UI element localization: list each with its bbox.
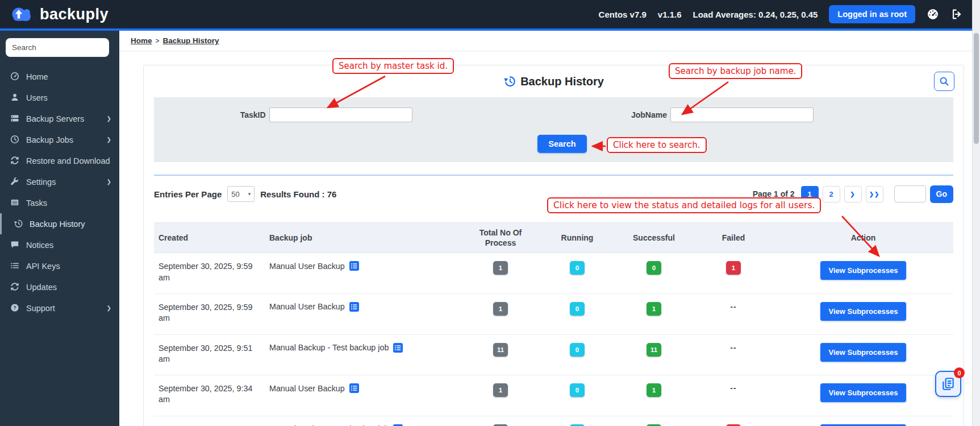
sidebar-item-settings[interactable]: Settings❯ <box>0 171 119 192</box>
chat-widget-button[interactable]: 0 <box>935 371 961 397</box>
job-cell: Manual Backup - Test backup job <box>265 416 461 426</box>
view-subprocesses-button[interactable]: View Subprocesses <box>820 343 907 362</box>
breadcrumb-home-link[interactable]: Home <box>131 36 152 45</box>
dashboard-icon <box>10 72 20 81</box>
goto-page-input[interactable] <box>894 185 926 202</box>
gauge-icon[interactable] <box>927 8 939 20</box>
list-icon <box>10 261 20 271</box>
sidebar-item-notices[interactable]: Notices <box>0 234 119 255</box>
view-subprocesses-button[interactable]: View Subprocesses <box>820 383 907 402</box>
sidebar-item-users[interactable]: Users <box>0 87 119 108</box>
logo-text: backuply <box>40 6 109 23</box>
search-toggle-button[interactable] <box>934 72 954 91</box>
sidebar-item-home[interactable]: Home <box>0 66 119 87</box>
tasks-icon <box>10 198 20 208</box>
sidebar-item-restore-and-download[interactable]: Restore and Download <box>0 150 119 171</box>
results-found-text: Results Found : 76 <box>260 189 336 199</box>
search-button[interactable]: Search <box>537 135 586 153</box>
column-header: Total No Of Process <box>461 223 540 253</box>
clock-icon <box>10 135 20 144</box>
sidebar-item-backup-servers[interactable]: Backup Servers❯ <box>0 108 119 129</box>
sidebar-item-label: API Keys <box>26 262 60 271</box>
next-page-button[interactable]: ❯ <box>844 186 862 202</box>
page-title: Backup History <box>520 75 604 88</box>
table-row: September 30, 2025, 9:59 amManual User B… <box>154 293 953 334</box>
failed-badge: 1 <box>726 261 741 275</box>
breadcrumb: Home > Backup History <box>119 31 980 51</box>
jobname-input[interactable] <box>670 107 814 122</box>
column-header: Created <box>154 223 265 253</box>
running-badge: 0 <box>570 261 585 275</box>
taskid-label: TaskID <box>240 110 266 119</box>
annotation-search: Click here to search. <box>607 137 707 153</box>
user-icon <box>10 93 20 102</box>
svg-text:?: ? <box>13 305 16 311</box>
sidebar-item-label: Tasks <box>26 198 47 208</box>
sidebar-item-api-keys[interactable]: API Keys <box>0 255 119 276</box>
view-subprocesses-button[interactable]: View Subprocesses <box>820 261 907 280</box>
successful-badge: 11 <box>647 343 661 357</box>
view-subprocesses-button[interactable]: View Subprocesses <box>820 302 907 321</box>
last-page-button[interactable]: ❯❯ <box>866 186 883 202</box>
logged-in-as-root-button[interactable]: Logged in as root <box>829 5 915 23</box>
column-header: Successful <box>614 223 694 253</box>
chevron-right-icon: ❯ <box>107 115 111 122</box>
annotation-taskid: Search by master task id. <box>332 58 454 74</box>
sidebar-item-label: Support <box>26 304 55 313</box>
go-button[interactable]: Go <box>930 185 953 203</box>
breadcrumb-separator: > <box>156 37 160 45</box>
job-details-icon[interactable] <box>393 343 403 353</box>
main-content: Home > Backup History Backup History <box>119 31 980 426</box>
question-icon: ? <box>10 303 20 313</box>
section-divider <box>154 175 953 176</box>
sidebar-item-label: Backup Jobs <box>26 135 73 144</box>
table-row: September 30, 2025, 9:19 amManual Backup… <box>154 416 953 426</box>
system-info: Centos v7.9 <box>599 10 647 19</box>
sidebar-item-label: Backup History <box>30 220 85 229</box>
sidebar-item-backup-history[interactable]: Backup History <box>0 213 119 234</box>
sidebar-item-label: Users <box>26 93 48 102</box>
sidebar-item-backup-jobs[interactable]: Backup Jobs❯ <box>0 129 119 150</box>
created-cell: September 30, 2025, 9:59 am <box>154 293 265 334</box>
taskid-input[interactable] <box>269 107 412 122</box>
sidebar-item-updates[interactable]: Updates <box>0 276 119 297</box>
server-icon <box>10 114 20 123</box>
table-row: September 30, 2025, 9:51 amManual Backup… <box>154 334 953 375</box>
table-row: September 30, 2025, 9:59 amManual User B… <box>154 253 953 294</box>
table-header-row: CreatedBackup jobTotal No Of ProcessRunn… <box>154 223 953 253</box>
created-cell: September 30, 2025, 9:19 am <box>154 416 265 426</box>
running-badge: 0 <box>570 343 585 357</box>
topbar: backuply Centos v7.9 v1.1.6 Load Average… <box>0 0 980 28</box>
sidebar-item-support[interactable]: ?Support❯ <box>0 297 119 319</box>
sidebar-search-input[interactable] <box>6 38 109 57</box>
job-details-icon[interactable] <box>349 261 359 271</box>
breadcrumb-current-link[interactable]: Backup History <box>163 36 219 45</box>
chevron-right-icon: ❯ <box>107 137 111 143</box>
sidebar-item-label: Restore and Download <box>26 156 110 166</box>
no-failed-text: -- <box>730 383 737 392</box>
cloud-upload-logo-icon <box>9 5 35 24</box>
sidebar: HomeUsersBackup Servers❯Backup Jobs❯Rest… <box>0 31 119 426</box>
running-badge: 0 <box>570 383 585 397</box>
comment-icon <box>10 240 20 250</box>
app-logo[interactable]: backuply <box>9 5 109 24</box>
entries-per-page-select[interactable]: 50 ▾ <box>227 186 255 202</box>
sidebar-item-tasks[interactable]: Tasks <box>0 192 119 213</box>
history-icon <box>14 219 23 229</box>
job-cell: Manual User Backup <box>265 253 461 294</box>
backup-history-table: CreatedBackup jobTotal No Of ProcessRunn… <box>154 222 953 426</box>
scrollbar-thumb[interactable] <box>974 33 979 144</box>
page-2-button[interactable]: 2 <box>823 186 840 202</box>
refresh-icon <box>10 282 20 292</box>
logout-icon[interactable] <box>950 8 963 20</box>
table-row: September 30, 2025, 9:34 amManual User B… <box>154 375 953 416</box>
filter-panel: TaskID JobName Search <box>154 97 953 162</box>
column-header: Backup job <box>265 223 461 253</box>
chevron-right-icon: ❯ <box>107 179 111 185</box>
successful-badge: 0 <box>647 261 661 275</box>
total-process-badge: 1 <box>493 261 508 275</box>
job-details-icon[interactable] <box>349 383 359 393</box>
column-header: Running <box>540 223 614 253</box>
total-process-badge: 11 <box>493 343 508 357</box>
job-details-icon[interactable] <box>349 302 359 312</box>
